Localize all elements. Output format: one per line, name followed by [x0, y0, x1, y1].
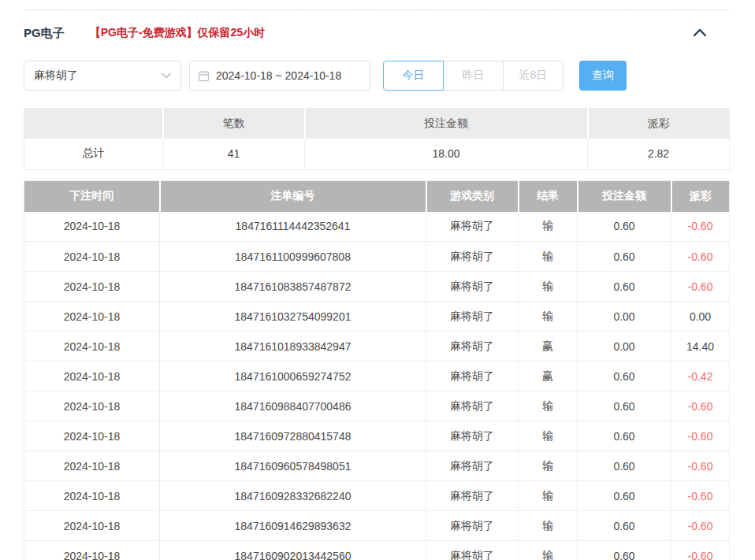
cell-bet-id: 1847161018933842947 — [160, 332, 426, 362]
cell-result: 输 — [519, 272, 578, 302]
summary-total-count: 41 — [163, 139, 305, 170]
cell-bet-amount: 0.60 — [578, 212, 671, 242]
bet-table-header-row: 下注时间 注单编号 游戏类别 结果 投注金额 派彩 — [24, 181, 730, 212]
cell-bet-id: 1847160972880415748 — [160, 421, 426, 451]
cell-result: 输 — [519, 511, 578, 541]
cell-bet-id: 1847160914629893632 — [160, 511, 426, 541]
cell-payout: -0.60 — [671, 421, 730, 451]
summary-header-row: 笔数 投注金额 派彩 — [24, 109, 730, 139]
cell-payout: -0.60 — [671, 272, 730, 302]
cell-bet-amount: 0.00 — [578, 332, 671, 362]
table-row: 2024-10-181847161114442352641麻将胡了输0.60-0… — [24, 212, 730, 242]
summary-total-bet-amount: 18.00 — [305, 139, 588, 170]
cell-bet-time: 2024-10-18 — [24, 421, 160, 451]
cell-bet-time: 2024-10-18 — [24, 511, 160, 541]
cell-bet-id: 1847160988407700486 — [160, 391, 426, 421]
cell-game-type: 麻将胡了 — [426, 541, 519, 560]
collapse-button[interactable] — [693, 28, 707, 39]
cell-bet-amount: 0.60 — [578, 272, 671, 302]
quick-btn-last8days[interactable]: 近8日 — [503, 61, 563, 91]
cell-bet-amount: 0.60 — [578, 511, 671, 541]
header-result: 结果 — [519, 181, 578, 212]
cell-bet-time: 2024-10-18 — [24, 302, 160, 332]
cell-bet-amount: 0.00 — [578, 302, 671, 332]
cell-bet-time: 2024-10-18 — [24, 541, 160, 560]
header-game-type: 游戏类别 — [426, 181, 519, 212]
cell-payout: -0.60 — [671, 242, 730, 272]
cell-payout: -0.60 — [671, 212, 730, 242]
cell-bet-amount: 0.60 — [578, 541, 671, 560]
cell-payout: 14.40 — [671, 332, 730, 362]
table-row: 2024-10-181847160902013442560麻将胡了输0.60-0… — [24, 541, 730, 560]
cell-bet-id: 1847160928332682240 — [160, 481, 426, 511]
cell-bet-time: 2024-10-18 — [24, 481, 160, 511]
filter-toolbar: 麻将胡了 2024-10-18 ~ 2024-10-18 今日 昨日 近8日 查… — [24, 60, 729, 91]
cell-bet-amount: 0.60 — [578, 391, 671, 421]
cell-payout: -0.60 — [671, 481, 730, 511]
cell-game-type: 麻将胡了 — [426, 391, 519, 421]
cell-game-type: 麻将胡了 — [426, 302, 519, 332]
cell-game-type: 麻将胡了 — [426, 272, 519, 302]
provider-name: PG电子 — [24, 26, 65, 41]
cell-result: 输 — [519, 481, 578, 511]
table-row: 2024-10-181847160988407700486麻将胡了输0.60-0… — [24, 391, 730, 421]
cell-payout: 0.00 — [671, 302, 730, 332]
cell-payout: -0.60 — [671, 391, 730, 421]
cell-result: 输 — [519, 451, 578, 481]
cell-bet-id: 1847161083857487872 — [160, 272, 426, 302]
cell-bet-id: 1847161032754099201 — [160, 302, 426, 332]
cell-bet-time: 2024-10-18 — [24, 362, 160, 391]
chevron-down-icon — [162, 72, 171, 79]
dashed-divider — [24, 9, 729, 10]
date-range-input[interactable]: 2024-10-18 ~ 2024-10-18 — [189, 61, 370, 91]
cell-bet-id: 1847161114442352641 — [160, 212, 426, 242]
panel-header: PG电子 【PG电子-免费游戏】仅保留25小时 — [24, 24, 729, 43]
cell-game-type: 麻将胡了 — [426, 421, 519, 451]
table-row: 2024-10-181847160928332682240麻将胡了输0.60-0… — [24, 481, 730, 511]
cell-payout: -0.60 — [671, 511, 730, 541]
cell-bet-time: 2024-10-18 — [24, 212, 160, 242]
cell-result: 输 — [519, 302, 578, 332]
cell-bet-time: 2024-10-18 — [24, 391, 160, 421]
cell-game-type: 麻将胡了 — [426, 481, 519, 511]
cell-bet-id: 1847160960578498051 — [160, 451, 426, 481]
summary-header-bet-amount: 投注金额 — [305, 109, 588, 139]
cell-result: 输 — [519, 242, 578, 272]
table-row: 2024-10-181847161000659274752麻将胡了赢0.60-0… — [24, 362, 730, 391]
quick-date-group: 今日 昨日 近8日 — [383, 61, 563, 91]
summary-header-blank — [24, 109, 163, 139]
table-row: 2024-10-181847161018933842947麻将胡了赢0.0014… — [24, 332, 730, 362]
summary-table: 笔数 投注金额 派彩 总计 41 18.00 2.82 — [24, 108, 730, 170]
cell-result: 赢 — [519, 362, 578, 391]
cell-result: 赢 — [519, 332, 578, 362]
search-button[interactable]: 查询 — [579, 61, 627, 91]
cell-game-type: 麻将胡了 — [426, 451, 519, 481]
table-row: 2024-10-181847160914629893632麻将胡了输0.60-0… — [24, 511, 730, 541]
cell-bet-id: 1847160902013442560 — [160, 541, 426, 560]
chevron-up-icon — [693, 28, 707, 39]
cell-bet-time: 2024-10-18 — [24, 272, 160, 302]
cell-game-type: 麻将胡了 — [426, 242, 519, 272]
table-row: 2024-10-181847160960578498051麻将胡了输0.60-0… — [24, 451, 730, 481]
cell-bet-time: 2024-10-18 — [24, 332, 160, 362]
cell-bet-amount: 0.60 — [578, 421, 671, 451]
quick-btn-today[interactable]: 今日 — [383, 61, 444, 91]
game-select[interactable]: 麻将胡了 — [24, 61, 181, 91]
cell-bet-amount: 0.60 — [578, 481, 671, 511]
cell-result: 输 — [519, 212, 578, 242]
quick-btn-yesterday[interactable]: 昨日 — [443, 61, 504, 91]
cell-bet-time: 2024-10-18 — [24, 242, 160, 272]
cell-bet-amount: 0.60 — [578, 362, 671, 391]
header-bet-time: 下注时间 — [24, 181, 160, 212]
cell-bet-id: 1847161000659274752 — [160, 362, 426, 391]
cell-bet-id: 1847161100999607808 — [160, 242, 426, 272]
cell-bet-time: 2024-10-18 — [24, 451, 160, 481]
game-select-value: 麻将胡了 — [34, 69, 78, 83]
cell-result: 输 — [519, 391, 578, 421]
header-bet-amount: 投注金额 — [578, 181, 671, 212]
date-range-value: 2024-10-18 ~ 2024-10-18 — [216, 69, 341, 82]
summary-header-payout: 派彩 — [588, 109, 730, 139]
cell-game-type: 麻将胡了 — [426, 511, 519, 541]
bet-table-body: 2024-10-181847161114442352641麻将胡了输0.60-0… — [24, 212, 730, 560]
cell-result: 输 — [519, 541, 578, 560]
